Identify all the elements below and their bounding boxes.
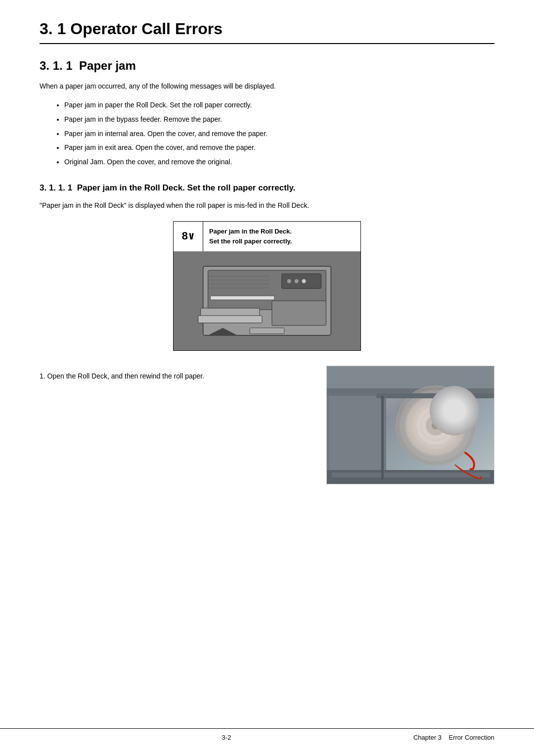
svg-point-8 — [302, 279, 306, 283]
svg-point-23 — [416, 406, 455, 445]
step1-text: 1. Open the Roll Deck, and then rewind t… — [40, 366, 326, 381]
svg-rect-15 — [250, 328, 284, 333]
footer-page-number: 3-2 — [222, 734, 231, 741]
printer-illustration — [174, 251, 360, 350]
svg-rect-19 — [327, 366, 494, 391]
footer: 3-2 Chapter 3 Error Correction — [0, 728, 534, 741]
bullet-list: Paper jam in paper the Roll Deck. Set th… — [64, 98, 494, 168]
list-item: Paper jam in the bypass feeder. Remove t… — [64, 113, 494, 126]
display-box: 8∨ Paper jam in the Roll Deck. Set the r… — [173, 221, 361, 351]
svg-point-7 — [295, 279, 299, 283]
svg-rect-32 — [332, 472, 490, 477]
svg-rect-30 — [376, 393, 494, 398]
list-item: Paper jam in internal area. Open the cov… — [64, 127, 494, 141]
svg-point-24 — [426, 416, 445, 435]
svg-point-22 — [406, 396, 465, 455]
display-box-icon: 8∨ — [174, 222, 203, 251]
footer-chapter-section: Chapter 3 Error Correction — [413, 734, 494, 741]
display-box-header: 8∨ Paper jam in the Roll Deck. Set the r… — [174, 222, 360, 251]
svg-rect-33 — [381, 396, 384, 480]
step-instruction: 1. Open the Roll Deck, and then rewind t… — [40, 366, 494, 484]
section-intro: When a paper jam occurred, any of the fo… — [40, 81, 494, 92]
section-title: 3. 1. 1 Paper jam — [40, 59, 494, 73]
svg-point-25 — [432, 422, 440, 429]
svg-rect-3 — [198, 316, 262, 323]
display-box-text: Paper jam in the Roll Deck. Set the roll… — [203, 222, 298, 251]
subsection-title: 3. 1. 1. 1 Paper jam in the Roll Deck. S… — [40, 183, 494, 193]
display-box-container: 8∨ Paper jam in the Roll Deck. Set the r… — [40, 221, 494, 351]
page-title: 3. 1 Operator Call Errors — [40, 20, 494, 44]
subsection-description: "Paper jam in the Roll Deck" is displaye… — [40, 200, 494, 211]
list-item: Paper jam in exit area. Open the cover, … — [64, 141, 494, 154]
svg-rect-4 — [272, 301, 326, 326]
roll-deck-photo — [326, 366, 494, 484]
svg-rect-9 — [211, 296, 274, 300]
list-item: Original Jam. Open the cover, and remove… — [64, 155, 494, 169]
list-item: Paper jam in paper the Roll Deck. Set th… — [64, 98, 494, 112]
svg-point-6 — [287, 279, 291, 283]
